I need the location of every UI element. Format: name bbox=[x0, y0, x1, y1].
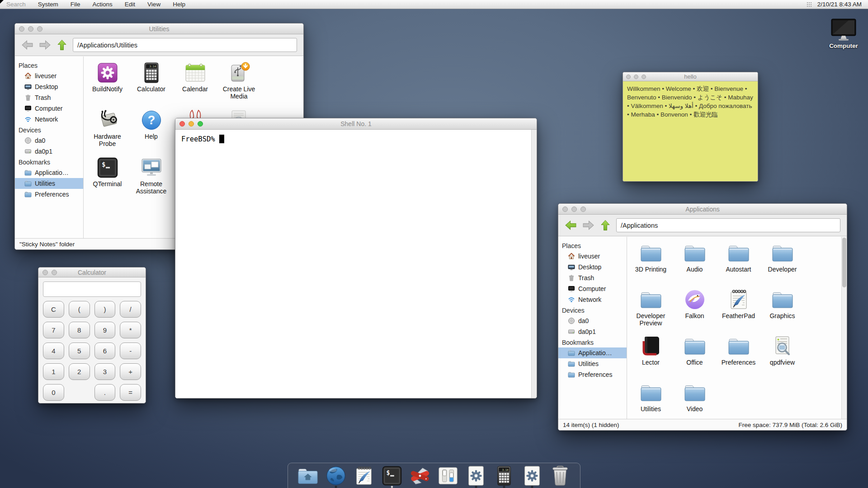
dock-calculator[interactable]: 3.14 bbox=[494, 465, 514, 488]
back-button[interactable] bbox=[565, 220, 577, 230]
back-button[interactable] bbox=[21, 40, 33, 50]
dock-web-browser[interactable] bbox=[326, 465, 346, 488]
applications-titlebar[interactable]: Applications bbox=[558, 204, 847, 215]
autostart-item[interactable]: Autostart bbox=[717, 242, 760, 289]
minimize-button[interactable] bbox=[189, 121, 194, 127]
3d-printing-item[interactable]: 3D Printing bbox=[629, 242, 673, 289]
vertical-scrollbar[interactable] bbox=[841, 237, 847, 419]
calc-key-divide[interactable]: / bbox=[120, 301, 141, 318]
create-live-media-item[interactable]: Create Live Media bbox=[217, 62, 261, 109]
calculator-display[interactable] bbox=[43, 282, 141, 297]
sidebar-item-applicatio[interactable]: Applicatio… bbox=[15, 167, 83, 178]
developer-item[interactable]: Developer bbox=[760, 242, 804, 289]
sidebar-item-applicatio[interactable]: Applicatio… bbox=[558, 347, 627, 358]
menu-item-file[interactable]: File bbox=[71, 1, 80, 8]
minimize-button[interactable] bbox=[52, 270, 57, 275]
menu-item-actions[interactable]: Actions bbox=[93, 1, 113, 8]
sticky-note-text[interactable]: Willkommen • Welcome • 欢迎 • Bienvenue • … bbox=[623, 81, 758, 181]
maximize-button[interactable] bbox=[198, 121, 203, 127]
calendar-item[interactable]: Calendar bbox=[173, 62, 217, 109]
graphics-item[interactable]: Graphics bbox=[760, 289, 804, 335]
remote-assistance-item[interactable]: Remote Assistance bbox=[129, 157, 173, 204]
sidebar-item-liveuser[interactable]: liveuser bbox=[15, 70, 83, 81]
calc-key-1[interactable]: 1 bbox=[43, 363, 64, 380]
dock-settings-app-2[interactable] bbox=[522, 465, 542, 488]
close-button[interactable] bbox=[562, 206, 568, 212]
up-button[interactable] bbox=[600, 219, 611, 231]
terminal-content[interactable]: FreeBSD% bbox=[175, 130, 531, 398]
sidebar-item-trash[interactable]: Trash bbox=[558, 272, 627, 283]
menu-item-help[interactable]: Help bbox=[173, 1, 185, 8]
minimize-button[interactable] bbox=[571, 206, 577, 212]
sidebar-item-da0[interactable]: da0 bbox=[558, 315, 627, 326]
close-button[interactable] bbox=[19, 26, 24, 32]
path-field[interactable]: /Applications/Utilities bbox=[73, 38, 297, 52]
qterminal-item[interactable]: $QTerminal bbox=[85, 157, 129, 204]
close-button[interactable] bbox=[626, 75, 631, 79]
falkon-item[interactable]: Falkon bbox=[673, 289, 717, 335]
calculator-item[interactable]: 3.14Calculator bbox=[129, 62, 173, 109]
dock-qterminal[interactable]: $ bbox=[382, 465, 402, 488]
calc-key-plus[interactable]: + bbox=[120, 363, 141, 380]
minimize-button[interactable] bbox=[28, 26, 33, 32]
maximize-button[interactable] bbox=[580, 206, 586, 212]
path-field[interactable]: /Applications bbox=[616, 218, 840, 232]
menu-item-search[interactable]: Search bbox=[6, 1, 26, 8]
office-item[interactable]: Office bbox=[673, 335, 717, 382]
minimize-button[interactable] bbox=[634, 75, 638, 79]
calc-key-minus[interactable]: - bbox=[120, 343, 141, 359]
preferences-item[interactable]: Preferences bbox=[717, 335, 760, 382]
sidebar-item-computer[interactable]: Computer bbox=[15, 103, 83, 114]
help-item[interactable]: ?Help bbox=[129, 109, 173, 157]
desktop-computer-icon[interactable]: Computer bbox=[824, 18, 863, 49]
sidebar-item-network[interactable]: Network bbox=[15, 114, 83, 125]
dock-featherpad[interactable] bbox=[354, 465, 374, 488]
developer-preview-item[interactable]: Developer Preview bbox=[629, 289, 673, 335]
sidebar-item-utilities[interactable]: Utilities bbox=[15, 178, 83, 189]
hardware-probe-item[interactable]: Hardware Probe bbox=[85, 109, 129, 157]
shell-titlebar[interactable]: Shell No. 1 bbox=[175, 118, 537, 130]
dock-settings-app[interactable] bbox=[466, 465, 486, 488]
sidebar-item-desktop[interactable]: Desktop bbox=[15, 81, 83, 92]
sidebar-item-network[interactable]: Network bbox=[558, 294, 627, 305]
calc-key-equals[interactable]: = bbox=[120, 384, 141, 401]
maximize-button[interactable] bbox=[37, 26, 42, 32]
sticky-titlebar[interactable]: hello bbox=[623, 72, 758, 81]
lector-item[interactable]: Lector bbox=[629, 335, 673, 382]
sidebar-item-computer[interactable]: Computer bbox=[558, 283, 627, 294]
menubar-grip-handle[interactable] bbox=[807, 2, 812, 7]
calc-key-3[interactable]: 3 bbox=[94, 363, 116, 380]
sidebar-item-utilities[interactable]: Utilities bbox=[558, 358, 627, 369]
calculator-titlebar[interactable]: Calculator bbox=[38, 267, 146, 277]
maximize-button[interactable] bbox=[642, 75, 646, 79]
calc-key-9[interactable]: 9 bbox=[94, 322, 116, 338]
sidebar-item-da0[interactable]: da0 bbox=[15, 135, 83, 146]
calc-key-5[interactable]: 5 bbox=[69, 343, 90, 359]
sidebar-item-da0p1[interactable]: da0p1 bbox=[15, 146, 83, 157]
sidebar-item-preferences[interactable]: Preferences bbox=[558, 369, 627, 380]
utilities-titlebar[interactable]: Utilities bbox=[15, 23, 303, 34]
calc-key-close-paren[interactable]: ) bbox=[94, 301, 116, 318]
calc-key-4[interactable]: 4 bbox=[43, 343, 64, 359]
forward-button[interactable] bbox=[582, 220, 594, 230]
sidebar-item-liveuser[interactable]: liveuser bbox=[558, 251, 627, 262]
menu-item-view[interactable]: View bbox=[147, 1, 160, 8]
close-button[interactable] bbox=[179, 121, 185, 127]
dock-system-preferences[interactable] bbox=[438, 465, 458, 488]
dock-trash[interactable] bbox=[550, 465, 571, 488]
featherpad-item[interactable]: FeatherPad bbox=[717, 289, 760, 335]
calc-key-7[interactable]: 7 bbox=[43, 322, 64, 338]
calc-key-open-paren[interactable]: ( bbox=[69, 301, 90, 318]
menu-item-system[interactable]: System bbox=[38, 1, 58, 8]
calc-key-clear[interactable]: C bbox=[43, 301, 64, 318]
close-button[interactable] bbox=[42, 270, 48, 275]
sidebar-item-da0p1[interactable]: da0p1 bbox=[558, 326, 627, 337]
menu-item-edit[interactable]: Edit bbox=[125, 1, 135, 8]
calc-key-0[interactable]: 0 bbox=[43, 384, 64, 401]
calc-key-6[interactable]: 6 bbox=[94, 343, 116, 359]
forward-button[interactable] bbox=[39, 40, 51, 50]
buildnotify-item[interactable]: BuildNotify bbox=[85, 62, 129, 109]
sidebar-item-trash[interactable]: Trash bbox=[15, 92, 83, 103]
terminal-scrollbar[interactable] bbox=[531, 130, 537, 398]
audio-item[interactable]: Audio bbox=[673, 242, 717, 289]
